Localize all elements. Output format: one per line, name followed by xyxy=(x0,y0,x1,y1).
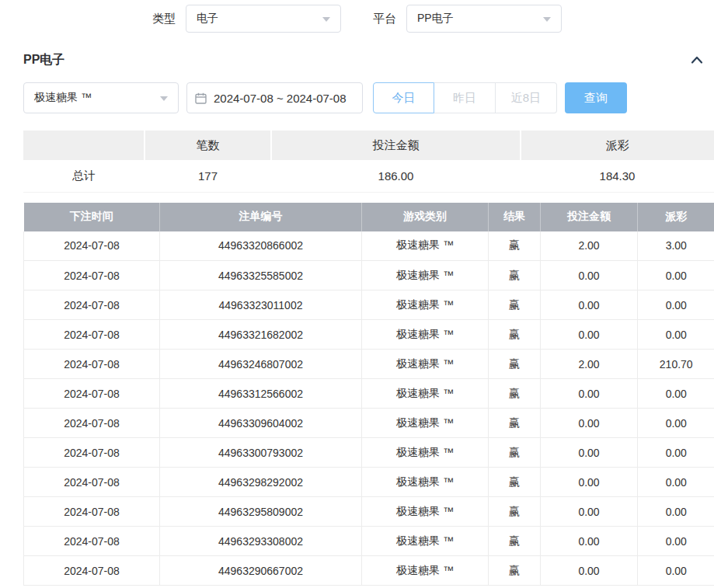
table-cell: 2024-07-08 xyxy=(24,468,160,497)
table-row: 2024-07-0844963320866002极速糖果 ™赢2.003.00 xyxy=(24,231,714,261)
table-cell: 极速糖果 ™ xyxy=(362,379,489,409)
table-cell: 44963298292002 xyxy=(160,468,362,497)
table-cell: 2024-07-08 xyxy=(24,350,160,379)
calendar-icon xyxy=(195,92,207,104)
last-8-days-button[interactable]: 近8日 xyxy=(496,82,557,113)
table-cell: 2024-07-08 xyxy=(24,320,160,350)
table-row: 2024-07-0844963309604002极速糖果 ™赢0.000.00 xyxy=(24,409,714,438)
table-row: 2024-07-0844963321682002极速糖果 ™赢0.000.00 xyxy=(24,320,714,350)
table-cell: 赢 xyxy=(489,497,541,527)
type-select-value: 电子 xyxy=(197,12,218,26)
today-button[interactable]: 今日 xyxy=(373,82,434,113)
table-cell: 44963293308002 xyxy=(160,527,362,556)
table-cell: 44963320866002 xyxy=(160,231,362,261)
table-cell: 0.00 xyxy=(541,438,638,468)
game-select[interactable]: 极速糖果 ™ xyxy=(23,82,179,113)
table-cell: 0.00 xyxy=(541,379,638,409)
bet-records-table: 下注时间 注单编号 游戏类别 结果 投注金额 派彩 2024-07-084496… xyxy=(23,203,714,586)
table-cell: 0.00 xyxy=(541,497,638,527)
collapse-button[interactable] xyxy=(688,52,706,68)
table-cell: 2.00 xyxy=(541,350,638,379)
date-range-value: 2024-07-08 ~ 2024-07-08 xyxy=(214,92,347,105)
table-cell: 赢 xyxy=(489,320,541,350)
table-cell: 2024-07-08 xyxy=(24,291,160,320)
table-cell: 44963321682002 xyxy=(160,320,362,350)
table-cell: 极速糖果 ™ xyxy=(362,438,489,468)
platform-label: 平台 xyxy=(373,12,396,26)
table-cell: 44963246807002 xyxy=(160,350,362,379)
header-payout: 派彩 xyxy=(638,203,714,231)
table-cell: 赢 xyxy=(489,231,541,261)
table-cell: 44963312566002 xyxy=(160,379,362,409)
table-cell: 极速糖果 ™ xyxy=(362,350,489,379)
table-cell: 0.00 xyxy=(638,438,714,468)
table-cell: 极速糖果 ™ xyxy=(362,556,489,586)
table-cell: 0.00 xyxy=(638,261,714,291)
table-cell: 极速糖果 ™ xyxy=(362,468,489,497)
table-row: 2024-07-0844963290667002极速糖果 ™赢0.000.00 xyxy=(24,556,714,586)
summary-total-count: 177 xyxy=(145,160,271,192)
bet-table-body: 2024-07-0844963320866002极速糖果 ™赢2.003.002… xyxy=(24,231,714,586)
table-cell: 赢 xyxy=(489,527,541,556)
table-cell: 赢 xyxy=(489,468,541,497)
table-row: 2024-07-0844963246807002极速糖果 ™赢2.00210.7… xyxy=(24,350,714,379)
date-range-picker[interactable]: 2024-07-08 ~ 2024-07-08 xyxy=(186,82,363,113)
table-cell: 赢 xyxy=(489,556,541,586)
table-cell: 3.00 xyxy=(638,231,714,261)
search-button[interactable]: 查询 xyxy=(565,82,627,113)
table-cell: 0.00 xyxy=(638,379,714,409)
table-cell: 0.00 xyxy=(541,291,638,320)
quick-date-button-group: 今日 昨日 近8日 xyxy=(373,82,557,113)
table-cell: 0.00 xyxy=(638,468,714,497)
table-cell: 0.00 xyxy=(541,556,638,586)
table-cell: 0.00 xyxy=(638,320,714,350)
table-cell: 2024-07-08 xyxy=(24,438,160,468)
summary-table: 笔数 投注金额 派彩 总计 177 186.00 184.30 xyxy=(23,130,714,193)
header-bet-time: 下注时间 xyxy=(24,203,160,231)
table-cell: 2024-07-08 xyxy=(24,231,160,261)
summary-total-payout: 184.30 xyxy=(521,160,714,192)
table-cell: 44963295809002 xyxy=(160,497,362,527)
type-select[interactable]: 电子 xyxy=(186,5,341,33)
summary-header-payout: 派彩 xyxy=(521,130,714,160)
table-cell: 44963323011002 xyxy=(160,291,362,320)
table-row: 2024-07-0844963323011002极速糖果 ™赢0.000.00 xyxy=(24,291,714,320)
summary-header-count: 笔数 xyxy=(145,130,271,160)
top-filter-bar: 类型 电子 平台 PP电子 xyxy=(0,0,714,37)
table-cell: 44963290667002 xyxy=(160,556,362,586)
table-cell: 0.00 xyxy=(541,261,638,291)
table-cell: 赢 xyxy=(489,261,541,291)
table-cell: 2024-07-08 xyxy=(24,409,160,438)
table-cell: 2024-07-08 xyxy=(24,556,160,586)
table-cell: 0.00 xyxy=(541,320,638,350)
table-cell: 2024-07-08 xyxy=(24,261,160,291)
table-cell: 极速糖果 ™ xyxy=(362,231,489,261)
yesterday-button[interactable]: 昨日 xyxy=(434,82,496,113)
table-cell: 2024-07-08 xyxy=(24,497,160,527)
table-cell: 0.00 xyxy=(638,291,714,320)
header-bet-id: 注单编号 xyxy=(160,203,362,231)
bet-table-header-row: 下注时间 注单编号 游戏类别 结果 投注金额 派彩 xyxy=(24,203,714,231)
table-cell: 赢 xyxy=(489,291,541,320)
platform-select[interactable]: PP电子 xyxy=(406,5,562,33)
table-cell: 44963300793002 xyxy=(160,438,362,468)
summary-total-bet-amount: 186.00 xyxy=(271,160,521,192)
table-row: 2024-07-0844963312566002极速糖果 ™赢0.000.00 xyxy=(24,379,714,409)
table-cell: 极速糖果 ™ xyxy=(362,320,489,350)
platform-select-value: PP电子 xyxy=(417,12,454,26)
table-cell: 2024-07-08 xyxy=(24,527,160,556)
table-cell: 2024-07-08 xyxy=(24,379,160,409)
table-cell: 极速糖果 ™ xyxy=(362,497,489,527)
table-cell: 2.00 xyxy=(541,231,638,261)
summary-header-row: 笔数 投注金额 派彩 xyxy=(23,130,714,160)
table-row: 2024-07-0844963295809002极速糖果 ™赢0.000.00 xyxy=(24,497,714,527)
table-cell: 210.70 xyxy=(638,350,714,379)
header-result: 结果 xyxy=(489,203,541,231)
type-label: 类型 xyxy=(152,12,176,26)
chevron-down-icon xyxy=(160,96,168,101)
table-row: 2024-07-0844963298292002极速糖果 ™赢0.000.00 xyxy=(24,468,714,497)
header-bet-amount: 投注金额 xyxy=(541,203,638,231)
filter-row: 极速糖果 ™ 2024-07-08 ~ 2024-07-08 今日 昨日 近8日… xyxy=(0,82,714,113)
table-cell: 44963309604002 xyxy=(160,409,362,438)
table-cell: 极速糖果 ™ xyxy=(362,291,489,320)
